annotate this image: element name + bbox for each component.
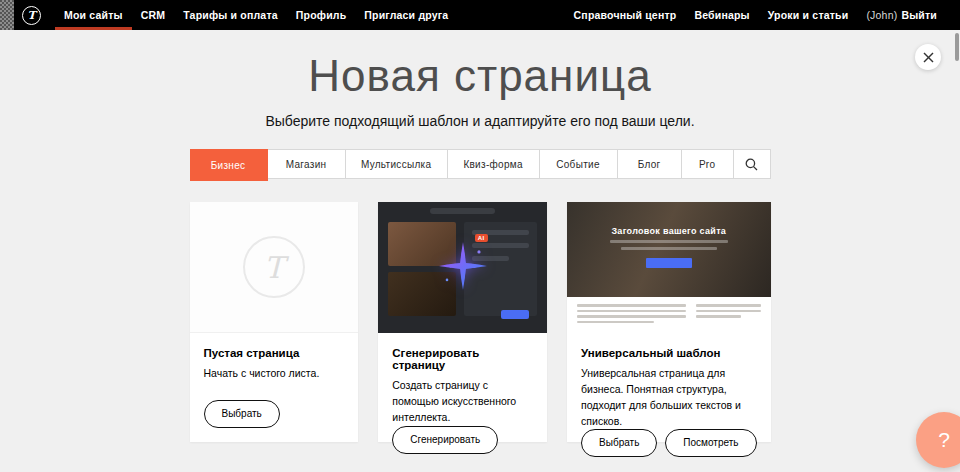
nav-item-invite-friend[interactable]: Пригласи друга — [355, 0, 457, 30]
blank-page-preview: T — [190, 202, 359, 333]
text-placeholder-bar — [696, 304, 760, 307]
topbar-nav-right: Справочный центр Вебинары Уроки и статьи… — [565, 0, 946, 30]
card-blank-page[interactable]: T Пустая страница Начать с чистого листа… — [190, 202, 359, 442]
universal-preview-image: Заголовок вашего сайта — [567, 202, 770, 333]
search-icon — [745, 158, 758, 171]
card-title: Сгенерировать страницу — [392, 347, 533, 371]
tab-blog[interactable]: Блог — [618, 150, 682, 178]
topbar: T Мои сайты CRM Тарифы и оплата Профиль … — [0, 0, 960, 30]
card-description: Начать с чистого листа. — [204, 366, 345, 382]
tab-event[interactable]: Событие — [540, 150, 618, 178]
text-placeholder-bar — [577, 321, 653, 324]
page-subtitle: Выберите подходящий шаблон и адаптируйте… — [0, 113, 960, 129]
text-placeholder-bar — [621, 247, 717, 250]
tab-search[interactable] — [734, 150, 770, 178]
text-placeholder-bar — [577, 310, 686, 313]
preview-universal-button[interactable]: Посмотреть — [665, 429, 756, 457]
user-name: (John) — [866, 9, 897, 21]
ai-preview-image: AI — [378, 202, 547, 333]
tab-multilink[interactable]: Мультиссылка — [346, 150, 448, 178]
question-mark-icon: ? — [938, 428, 950, 452]
template-category-tabs: Бизнес Магазин Мультиссылка Квиз-форма С… — [190, 149, 771, 179]
nav-item-my-sites[interactable]: Мои сайты — [55, 0, 132, 30]
text-placeholder-bar — [577, 304, 686, 307]
text-placeholder-bar — [577, 315, 686, 318]
nav-item-tariffs[interactable]: Тарифы и оплата — [174, 0, 287, 30]
tab-quiz-form[interactable]: Квиз-форма — [448, 150, 540, 178]
template-cards-row: T Пустая страница Начать с чистого листа… — [190, 202, 771, 442]
card-title: Универсальный шаблон — [581, 347, 756, 359]
ai-sparkle-icon — [437, 240, 489, 292]
card-description: Универсальная страница для бизнеса. Поня… — [581, 366, 756, 429]
logout-label: Выйти — [901, 9, 937, 21]
nav-item-help-center[interactable]: Справочный центр — [565, 0, 686, 30]
page-title: Новая страница — [0, 52, 960, 100]
card-description: Создать страницу с помощью искусственног… — [392, 378, 533, 425]
mini-blue-button — [646, 258, 692, 268]
text-placeholder-bar — [610, 240, 728, 243]
tilda-mark-icon: T — [243, 236, 305, 298]
help-button[interactable]: ? — [916, 412, 960, 468]
mini-hero-section: Заголовок вашего сайта — [567, 202, 770, 297]
tab-pro[interactable]: Pro — [682, 150, 734, 178]
mini-browser-bar — [430, 208, 495, 214]
close-button[interactable] — [915, 44, 941, 70]
texture-pattern — [0, 0, 14, 30]
mini-text-section — [567, 297, 770, 333]
close-icon — [923, 52, 934, 63]
card-universal-template[interactable]: Заголовок вашего сайта — [567, 202, 770, 442]
mini-blue-button — [501, 310, 529, 319]
nav-item-webinars[interactable]: Вебинары — [685, 0, 758, 30]
card-body: Пустая страница Начать с чистого листа. … — [190, 333, 359, 442]
nav-item-crm[interactable]: CRM — [132, 0, 175, 30]
scrollbar-thumb[interactable] — [955, 33, 959, 61]
mini-hero-title: Заголовок вашего сайта — [567, 226, 770, 236]
topbar-nav-left: Мои сайты CRM Тарифы и оплата Профиль Пр… — [55, 0, 457, 30]
ai-badge: AI — [475, 234, 488, 242]
text-placeholder-bar — [696, 315, 741, 318]
card-body: Универсальный шаблон Универсальная стран… — [567, 333, 770, 471]
tilda-logo[interactable]: T — [22, 6, 41, 25]
card-title: Пустая страница — [204, 347, 345, 359]
nav-item-profile[interactable]: Профиль — [287, 0, 356, 30]
tab-business[interactable]: Бизнес — [190, 149, 268, 181]
card-ai-generate[interactable]: AI Сгенерировать страницу Создать страни… — [378, 202, 547, 442]
generate-button[interactable]: Сгенерировать — [392, 426, 498, 454]
card-body: Сгенерировать страницу Создать страницу … — [378, 333, 547, 467]
tab-shop[interactable]: Магазин — [268, 150, 346, 178]
nav-item-lessons[interactable]: Уроки и статьи — [759, 0, 858, 30]
nav-item-logout[interactable]: (John) Выйти — [857, 0, 946, 30]
select-universal-button[interactable]: Выбрать — [581, 429, 657, 457]
text-placeholder-bar — [696, 310, 760, 313]
select-blank-button[interactable]: Выбрать — [204, 400, 280, 428]
